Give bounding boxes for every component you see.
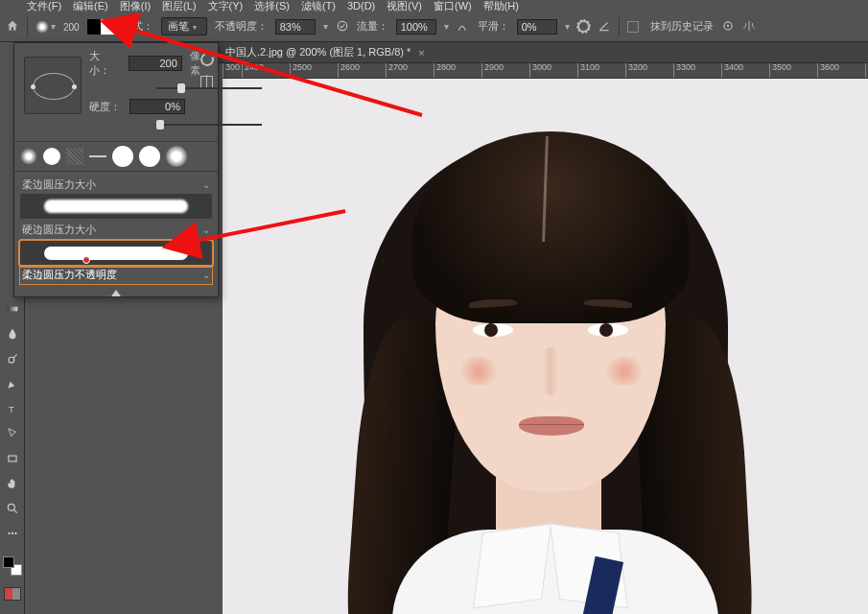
brush-size-label: 大小： [89, 49, 121, 78]
brush-preview-icon [35, 20, 49, 34]
brush-hardness-slider[interactable] [156, 120, 262, 130]
ruler-tick: 3100 [577, 63, 625, 78]
smoothing-settings-icon[interactable] [577, 20, 590, 33]
ruler-tick: 3500 [769, 63, 817, 78]
pressure-size-icon[interactable] [721, 19, 735, 35]
ruler-tick: 300 [223, 63, 242, 78]
hand-tool-icon[interactable] [2, 474, 23, 493]
symmetry-icon[interactable] [742, 19, 756, 35]
brush-preset-item[interactable]: 硬边圆压力大小⌄ [20, 221, 212, 239]
canvas[interactable] [223, 79, 868, 614]
ruler-tick: 2500 [290, 63, 338, 78]
divider [27, 17, 28, 36]
brush-hardness-label: 硬度： [89, 100, 122, 114]
ruler-tick: 3000 [529, 63, 577, 78]
close-tab-icon[interactable]: × [418, 47, 424, 59]
svg-point-9 [11, 532, 12, 534]
angle-icon[interactable] [598, 19, 611, 35]
rectangle-tool-icon[interactable] [2, 449, 23, 468]
brush-list-size-slider[interactable] [20, 288, 212, 299]
ruler-tick: 3400 [721, 63, 769, 78]
brush-thumbnail-row [14, 141, 218, 172]
svg-point-2 [727, 24, 729, 26]
foreground-swatch [87, 19, 101, 35]
options-bar: ▾ 200 模式： 画笔 不透明度： 83%▾ 流量： 100%▾ 平滑： 0%… [0, 12, 868, 42]
svg-rect-3 [7, 307, 17, 312]
airbrush-icon[interactable] [457, 19, 470, 35]
brush-preset-label: 柔边圆压力不透明度 [22, 268, 117, 282]
menu-bar: 文件(F) 编辑(E) 图像(I) 图层(L) 文字(Y) 选择(S) 滤镜(T… [0, 0, 868, 12]
svg-point-0 [338, 21, 346, 30]
brush-size-slider[interactable] [156, 83, 262, 93]
flow-label: 流量： [357, 19, 388, 34]
quick-mask-icon[interactable] [4, 587, 21, 601]
zoom-tool-icon[interactable] [2, 499, 23, 518]
flow-input[interactable]: 100% [396, 19, 436, 35]
chevron-down-icon: ⌄ [202, 224, 210, 235]
ruler-tick: 2900 [481, 63, 529, 78]
type-tool-icon[interactable]: T [2, 399, 23, 418]
svg-rect-6 [8, 456, 15, 461]
opacity-label: 不透明度： [215, 19, 268, 34]
brush-thumb-soft[interactable] [20, 148, 37, 165]
svg-text:T: T [8, 405, 13, 414]
ruler-tick: 3200 [625, 63, 673, 78]
brush-thumb-big2[interactable] [139, 146, 160, 167]
document-tab[interactable]: 中国人.2.jpg @ 200% (图层 1, RGB/8) * [225, 45, 411, 59]
edit-toolbar-icon[interactable] [2, 524, 23, 543]
ruler-tick: 3300 [673, 63, 721, 78]
brush-thumb-bigsoft[interactable] [166, 146, 187, 167]
brush-preset-item[interactable]: 柔边圆压力大小⌄ [20, 176, 212, 219]
home-icon[interactable] [6, 19, 19, 35]
erase-history-label: 抹到历史记录 [650, 19, 714, 34]
svg-point-8 [8, 532, 10, 534]
mode-select[interactable]: 画笔 [161, 17, 207, 35]
dodge-tool-icon[interactable] [2, 349, 23, 368]
brush-size-input[interactable]: 200 [129, 56, 182, 71]
path-select-tool-icon[interactable] [2, 424, 23, 443]
brush-preset-panel: 大小： 200 像素 硬度： 0% 柔边圆压力大小⌄ 硬边圆压力大小⌄ [13, 42, 219, 297]
ruler-tick: 2700 [386, 63, 434, 78]
ruler-tick: 3600 [817, 63, 865, 78]
chevron-down-icon: ⌄ [202, 270, 210, 280]
brush-preset-picker[interactable]: ▾ [35, 20, 56, 34]
portrait-image [277, 79, 814, 614]
ruler-tick: 2600 [338, 63, 386, 78]
opacity-input[interactable]: 83% [275, 19, 316, 35]
brush-thumb-line[interactable] [89, 155, 106, 157]
ruler-horizontal: 300 2400 2500 2600 2700 2800 2900 3000 3… [223, 63, 868, 79]
brush-preset-item-selected[interactable]: 柔边圆压力不透明度⌄ [20, 241, 212, 284]
brush-preset-label: 硬边圆压力大小 [22, 223, 96, 237]
svg-point-7 [8, 504, 14, 510]
menu-3d[interactable]: 3D(D) [347, 0, 375, 12]
svg-point-4 [8, 357, 13, 363]
reset-brush-icon[interactable] [199, 51, 216, 68]
divider [619, 17, 620, 36]
smooth-label: 平滑： [478, 19, 509, 34]
mode-label: 模式： [122, 19, 153, 34]
brush-thumb-big[interactable] [112, 146, 133, 167]
pen-tool-icon[interactable] [2, 374, 23, 393]
brush-size-readout: 200 [63, 22, 80, 33]
erase-history-checkbox[interactable] [627, 21, 639, 33]
foreground-color-swatch [3, 556, 14, 568]
swap-colors[interactable] [87, 19, 114, 35]
brush-preset-list[interactable]: 柔边圆压力大小⌄ 硬边圆压力大小⌄ 柔边圆压力不透明度⌄ [14, 172, 218, 305]
brush-thumb-texture[interactable] [66, 148, 83, 165]
color-swatches[interactable] [3, 556, 22, 576]
ruler-tick: 2400 [242, 63, 290, 78]
svg-point-10 [14, 532, 16, 534]
pressure-opacity-icon[interactable] [336, 19, 349, 35]
brush-thumb-hard[interactable] [43, 148, 60, 165]
brush-hardness-input[interactable]: 0% [129, 99, 185, 114]
brush-preset-label: 柔边圆压力大小 [22, 177, 96, 192]
ruler-tick: 2800 [434, 63, 481, 78]
background-swatch [101, 19, 114, 35]
chevron-down-icon: ⌄ [202, 179, 210, 190]
smooth-input[interactable]: 0% [517, 19, 557, 35]
brush-tip-preview[interactable] [24, 57, 82, 114]
blur-tool-icon[interactable] [2, 324, 23, 343]
